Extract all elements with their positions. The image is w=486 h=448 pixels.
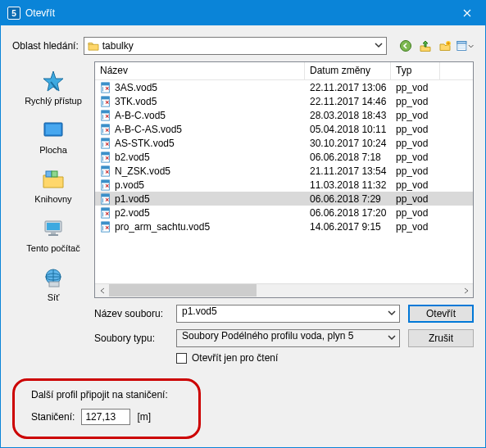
file-icon — [100, 152, 111, 163]
cell-type: pp_vod — [391, 80, 440, 94]
table-row[interactable]: AS-STK.vod530.10.2017 10:24pp_vod — [95, 136, 473, 150]
open-dialog-window: 5 Otevřít Oblast hledání: tabulky — [0, 0, 486, 448]
file-icon — [100, 82, 111, 93]
libraries-icon — [40, 166, 66, 192]
file-icon — [100, 207, 111, 219]
network-icon — [40, 265, 66, 291]
newfolder-icon — [438, 39, 452, 52]
dialog-body: Oblast hledání: tabulky — [1, 25, 485, 447]
scroll-right-icon[interactable] — [459, 283, 473, 297]
file-icon — [100, 193, 111, 205]
column-header-date[interactable]: Datum změny — [305, 62, 391, 79]
chevron-down-icon — [388, 333, 396, 342]
file-icon — [100, 138, 111, 149]
scroll-left-icon[interactable] — [95, 283, 109, 297]
readonly-checkbox[interactable] — [176, 353, 187, 364]
cell-date: 22.11.2017 14:46 — [305, 94, 391, 108]
scroll-track[interactable] — [109, 283, 459, 297]
table-row[interactable]: pro_arm_sachtu.vod514.06.2017 9:15pp_vod — [95, 219, 473, 233]
cell-date: 11.03.2018 11:32 — [305, 178, 391, 192]
cell-date: 22.11.2017 13:06 — [305, 80, 391, 94]
sidebar-item-network[interactable]: Síť — [16, 261, 90, 309]
up-icon — [419, 39, 432, 52]
filename-input[interactable]: p1.vod5 — [176, 305, 400, 323]
column-header-type[interactable]: Typ — [391, 62, 440, 79]
table-row[interactable]: A-B-C-AS.vod505.04.2018 10:11pp_vod — [95, 122, 473, 136]
svg-rect-36 — [102, 207, 110, 210]
cell-type: pp_vod — [391, 136, 440, 150]
close-icon — [463, 9, 471, 17]
lookin-row: Oblast hledání: tabulky — [12, 37, 474, 55]
app-icon: 5 — [7, 7, 20, 20]
table-row[interactable]: p2.vod506.06.2018 17:20pp_vod — [95, 206, 473, 219]
filter-combo[interactable]: Soubory Podélného profilu voda, plyn 5 — [176, 329, 400, 347]
views-button[interactable] — [456, 37, 474, 55]
table-row[interactable]: b2.vod506.06.2018 7:18pp_vod — [95, 150, 473, 164]
svg-rect-32 — [102, 179, 110, 183]
readonly-label: Otevřít jen pro čtení — [192, 352, 278, 364]
station-group-label: Další profil připojit na staničení: — [31, 389, 182, 400]
file-panel: Název Datum změny Typ 3AS.vod522.11.2017… — [94, 61, 474, 364]
folder-icon — [88, 41, 99, 51]
sidebar-item-desktop[interactable]: Plocha — [16, 114, 90, 161]
views-icon — [456, 39, 468, 52]
svg-rect-13 — [48, 234, 58, 236]
cell-type: pp_vod — [391, 122, 440, 136]
svg-rect-7 — [46, 124, 61, 134]
sidebar-item-label: Síť — [16, 292, 90, 302]
up-button[interactable] — [416, 37, 434, 55]
svg-rect-38 — [102, 221, 110, 224]
cell-name: A-B-C.vod5 — [95, 108, 305, 122]
svg-rect-11 — [47, 223, 60, 230]
cell-name: AS-STK.vod5 — [95, 136, 305, 150]
table-row[interactable]: A-B-C.vod528.03.2018 18:43pp_vod — [95, 108, 473, 122]
station-field-label: Staničení: — [31, 411, 75, 423]
cell-date: 05.04.2018 10:11 — [305, 122, 391, 136]
cell-type: pp_vod — [391, 150, 440, 164]
back-button[interactable] — [397, 37, 415, 55]
file-icon — [100, 179, 111, 191]
station-row: Staničení: [m] — [31, 409, 182, 425]
cancel-button[interactable]: Zrušit — [408, 329, 474, 347]
table-row[interactable]: N_ZSK.vod521.11.2017 13:54pp_vod — [95, 164, 473, 178]
table-row[interactable]: 3TK.vod522.11.2017 14:46pp_vod — [95, 94, 473, 108]
close-button[interactable] — [448, 1, 485, 25]
open-button[interactable]: Otevřít — [408, 305, 474, 323]
svg-rect-9 — [52, 171, 57, 177]
column-header-name[interactable]: Název — [95, 62, 305, 79]
chevron-down-icon — [375, 41, 383, 49]
cell-date: 28.03.2018 18:43 — [305, 108, 391, 122]
svg-rect-30 — [102, 165, 110, 169]
svg-rect-20 — [102, 96, 110, 99]
filter-value: Soubory Podélného profilu voda, plyn 5 — [182, 330, 353, 342]
horizontal-scrollbar[interactable] — [95, 283, 473, 297]
cell-name: A-B-C-AS.vod5 — [95, 122, 305, 136]
readonly-row: Otevřít jen pro čtení — [176, 352, 474, 364]
lookin-combo[interactable]: tabulky — [84, 37, 387, 55]
file-icon — [100, 165, 111, 177]
table-row[interactable]: p1.vod506.06.2018 7:29pp_vod — [95, 192, 473, 206]
newfolder-button[interactable] — [436, 37, 454, 55]
sidebar-item-libs[interactable]: Knihovny — [16, 163, 90, 210]
scroll-thumb[interactable] — [109, 284, 257, 296]
back-icon — [399, 39, 412, 52]
main-area: Rychlý přístup Plocha Knihovny Tento poč… — [12, 61, 474, 364]
cell-date: 06.06.2018 7:29 — [305, 192, 391, 206]
table-row[interactable]: p.vod511.03.2018 11:32pp_vod — [95, 178, 473, 192]
star-icon — [40, 68, 66, 94]
file-icon — [100, 110, 111, 121]
chevron-down-icon — [388, 309, 396, 317]
table-row[interactable]: 3AS.vod522.11.2017 13:06pp_vod — [95, 80, 473, 94]
svg-rect-22 — [102, 110, 110, 113]
filter-row: Soubory typu: Soubory Podélného profilu … — [94, 329, 474, 347]
svg-rect-18 — [102, 82, 110, 85]
cell-name: 3TK.vod5 — [95, 94, 305, 108]
cell-name: pro_arm_sachtu.vod5 — [95, 219, 305, 233]
svg-rect-12 — [51, 232, 56, 234]
sidebar-item-quick[interactable]: Rychlý přístup — [16, 65, 90, 112]
cell-name: p.vod5 — [95, 178, 305, 192]
sidebar-item-thispc[interactable]: Tento počítač — [16, 212, 90, 260]
station-input[interactable] — [81, 409, 130, 425]
sidebar-item-label: Plocha — [16, 145, 90, 155]
svg-rect-28 — [102, 152, 110, 155]
